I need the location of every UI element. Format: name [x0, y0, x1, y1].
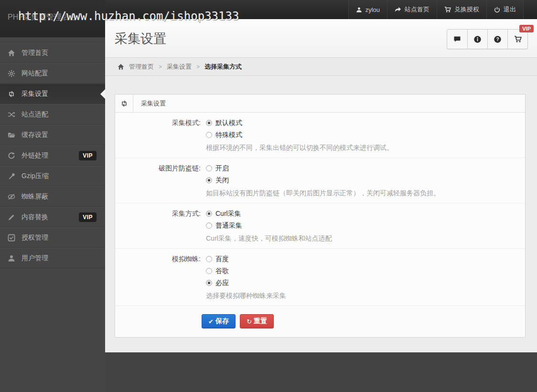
sidebar-item-user-manage[interactable]: 用户管理 — [0, 248, 105, 268]
folder-icon — [8, 131, 15, 139]
radio-button[interactable] — [206, 165, 212, 171]
field-help-text: 根据环境的不同，采集出错的可以切换不同的模式来进行调试。 — [206, 142, 525, 154]
field-label: 采集方式: — [115, 208, 206, 244]
save-button[interactable]: ✔ 保存 — [202, 314, 236, 328]
topbar-site-home[interactable]: 站点首页 — [387, 0, 437, 19]
radio-label: 必应 — [215, 279, 229, 287]
settings-panel: 采集设置 采集模式: 默认模式 特殊模式 根据环境的不同，采集出错的可以切换不同… — [115, 94, 526, 338]
radio-option[interactable]: 百度 — [206, 253, 525, 265]
field-options: 百度 谷歌 必应 选择要模拟哪种蜘蛛来采集 — [206, 253, 525, 302]
cart-icon — [514, 35, 522, 43]
user-icon — [8, 254, 15, 262]
svg-text:?: ? — [496, 36, 499, 42]
radio-option[interactable]: 关闭 — [206, 174, 525, 186]
header-toolbar: ? — [447, 29, 528, 49]
sidebar-item-label: 授权管理 — [21, 233, 48, 242]
topbar-logout[interactable]: 退出 — [486, 0, 524, 19]
cart-icon — [444, 6, 451, 13]
radio-label: 百度 — [215, 255, 229, 264]
retweet-icon — [115, 95, 133, 112]
sidebar-item-cache-settings[interactable]: 缓存设置 — [0, 125, 105, 145]
radio-option[interactable]: 默认模式 — [206, 117, 525, 129]
topbar-user-menu[interactable]: zylou — [348, 0, 387, 19]
sidebar-menu: 管理首页 网站配置 采集设置 站点适配 缓存设置 — [0, 42, 105, 268]
refresh-icon — [8, 152, 15, 159]
main-region: 采集设置 采集模式: 默认模式 特殊模式 根据环境的不同，采集出错的可以切换不同… — [105, 94, 537, 338]
help-button[interactable]: ? — [487, 30, 507, 49]
sidebar-item-collect-settings[interactable]: 采集设置 — [0, 84, 105, 104]
sidebar-item-gzip[interactable]: Gzip压缩 — [0, 166, 105, 186]
topbar-exchange-license[interactable]: 兑换授权 — [437, 0, 486, 19]
comment-button[interactable] — [447, 30, 467, 49]
pencil-icon — [8, 213, 15, 221]
radio-option[interactable]: 谷歌 — [206, 265, 525, 277]
sidebar-item-label: 用户管理 — [21, 254, 48, 263]
topbar-menu: zylou 站点首页 兑换授权 退出 — [348, 0, 524, 19]
breadcrumb-item-current: 选择采集方式 — [204, 63, 242, 71]
vip-badge: VIP — [79, 212, 97, 222]
user-icon — [356, 7, 362, 13]
sidebar-item-label: 站点适配 — [21, 110, 48, 119]
refresh-icon: ↻ — [247, 318, 252, 325]
panel-title: 采集设置 — [133, 95, 166, 112]
sidebar-item-license-manage[interactable]: 授权管理 — [0, 227, 105, 248]
radio-button-selected[interactable] — [206, 177, 212, 183]
sidebar-item-label: 网站配置 — [21, 69, 48, 78]
eye-slash-icon — [8, 193, 15, 201]
radio-option[interactable]: 普通采集 — [206, 220, 525, 232]
radio-label: 特殊模式 — [215, 131, 242, 139]
topbar-exchange-label: 兑换授权 — [454, 5, 479, 14]
radio-button[interactable] — [206, 268, 212, 274]
field-options: 默认模式 特殊模式 根据环境的不同，采集出错的可以切换不同的模式来进行调试。 — [206, 117, 525, 154]
sidebar-item-site-adapt[interactable]: 站点适配 — [0, 104, 105, 125]
form-group-collect-method: 采集方式: Curl采集 普通采集 Curl采集，速度快，可模拟蜘蛛和站点适配 — [115, 203, 525, 249]
radio-button[interactable] — [206, 222, 212, 229]
field-label: 采集模式: — [115, 117, 206, 154]
reset-button-label: 重置 — [254, 317, 267, 326]
form-group-simulate-spider: 模拟蜘蛛: 百度 谷歌 必应 选择要模拟哪种蜘蛛来采集 — [115, 249, 525, 306]
radio-option[interactable]: 特殊模式 — [206, 129, 525, 141]
breadcrumb-item-collect[interactable]: 采集设置 — [167, 63, 192, 71]
sidebar-item-content-replace[interactable]: 内容替换 VIP — [0, 207, 105, 227]
info-button[interactable] — [467, 30, 487, 49]
breadcrumb-item-home[interactable]: 管理首页 — [129, 63, 154, 71]
radio-option[interactable]: 必应 — [206, 277, 525, 289]
radio-button[interactable] — [206, 132, 212, 138]
form-actions: ✔ 保存 ↻ 重置 — [115, 306, 525, 337]
field-options: Curl采集 普通采集 Curl采集，速度快，可模拟蜘蛛和站点适配 — [206, 208, 525, 244]
reset-button[interactable]: ↻ 重置 — [240, 314, 274, 328]
radio-button-selected[interactable] — [206, 211, 212, 217]
radio-label: Curl采集 — [215, 210, 241, 218]
sidebar-item-spider-block[interactable]: 蜘蛛屏蔽 — [0, 186, 105, 207]
brand-title: PHP采集网管理后台 — [0, 0, 105, 37]
sidebar: 管理首页 网站配置 采集设置 站点适配 缓存设置 — [0, 37, 105, 392]
radio-button-selected[interactable] — [206, 120, 212, 126]
sidebar-item-site-config[interactable]: 网站配置 — [0, 63, 105, 84]
sidebar-item-label: 缓存设置 — [21, 131, 48, 139]
radio-label: 关闭 — [215, 176, 229, 185]
breadcrumb-separator: > — [196, 64, 200, 70]
radio-option[interactable]: 开启 — [206, 162, 525, 174]
field-label: 模拟蜘蛛: — [115, 253, 206, 302]
radio-label: 开启 — [215, 164, 229, 173]
field-help-text: 选择要模拟哪种蜘蛛来采集 — [206, 290, 525, 302]
content-area: 采集设置 VIP ? — [105, 19, 537, 352]
sidebar-item-external-links[interactable]: 外链处理 VIP — [0, 145, 105, 166]
field-help-text: Curl采集，速度快，可模拟蜘蛛和站点适配 — [206, 233, 525, 244]
sidebar-item-label: 外链处理 — [21, 151, 48, 160]
page-title: 采集设置 — [115, 30, 166, 47]
sidebar-item-label: 管理首页 — [21, 49, 48, 57]
radio-option[interactable]: Curl采集 — [206, 208, 525, 220]
share-arrow-icon — [395, 6, 401, 13]
radio-button[interactable] — [206, 256, 212, 262]
breadcrumb-separator: > — [159, 64, 162, 70]
shop-button[interactable] — [507, 30, 527, 49]
form-group-collect-mode: 采集模式: 默认模式 特殊模式 根据环境的不同，采集出错的可以切换不同的模式来进… — [115, 113, 525, 158]
shuffle-icon — [8, 111, 15, 118]
sidebar-item-admin-home[interactable]: 管理首页 — [0, 42, 105, 63]
topbar-logout-label: 退出 — [504, 5, 516, 14]
content-header: 采集设置 VIP ? — [105, 19, 537, 58]
wrench-icon — [8, 172, 15, 180]
sidebar-item-label: 内容替换 — [21, 213, 48, 222]
radio-button-selected[interactable] — [206, 280, 212, 286]
